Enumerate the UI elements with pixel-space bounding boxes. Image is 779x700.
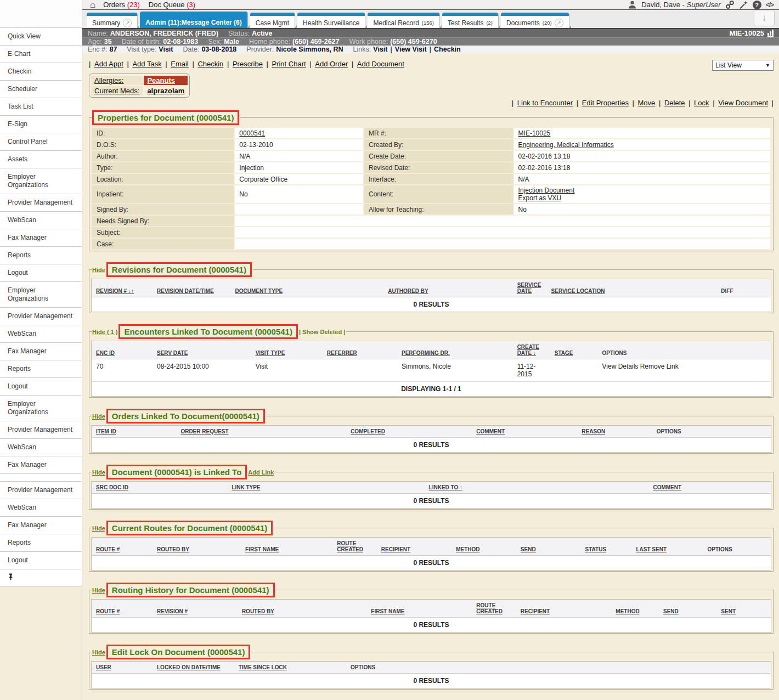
column-time-since-lock[interactable]: TIME SINCE LOCK	[234, 662, 346, 674]
add-order-link[interactable]: Add Order	[315, 60, 348, 68]
sidebar-item-reports[interactable]: Reports	[0, 246, 82, 264]
sidebar-item-fax-manager[interactable]: Fax Manager	[0, 342, 82, 360]
popout-icon[interactable]	[123, 19, 132, 27]
column-revision-number[interactable]: REVISION # ↓↑	[92, 279, 153, 297]
tab-admin-message-center[interactable]: Admin (11):Message Center (6)	[140, 12, 247, 28]
column-routed-by[interactable]: ROUTED BY	[238, 600, 366, 618]
column-create-date[interactable]: CREATE DATE ↓	[513, 341, 550, 359]
column-item-id[interactable]: ITEM ID	[92, 426, 177, 438]
sidebar-item-reports[interactable]: Reports	[0, 360, 82, 377]
column-last-sent[interactable]: LAST SENT	[631, 538, 703, 556]
code-icon[interactable]	[766, 1, 774, 9]
mr-link[interactable]: MIE-10025	[518, 129, 551, 137]
sidebar-item-truncated[interactable]	[0, 473, 82, 481]
sidebar-item-fax-manager[interactable]: Fax Manager	[0, 456, 82, 473]
link-icon[interactable]	[725, 0, 735, 9]
encounter-options[interactable]: View Details Remove Link	[598, 359, 771, 382]
tab-case-mgmt[interactable]: Case Mgmt	[250, 13, 295, 28]
help-icon[interactable]	[753, 1, 761, 9]
current-user[interactable]: David, Dave - SuperUser	[641, 1, 721, 9]
download-chart-button[interactable]	[754, 10, 775, 26]
prescribe-link[interactable]: Prescribe	[233, 60, 263, 68]
sidebar-item-e-sign[interactable]: E-Sign	[0, 115, 82, 133]
column-recipient[interactable]: RECIPIENT	[516, 600, 611, 618]
column-link-type[interactable]: LINK TYPE	[227, 482, 424, 494]
sidebar-item-scheduler[interactable]: Scheduler	[0, 80, 82, 98]
column-referrer[interactable]: REFERRER	[323, 341, 397, 359]
sidebar-item-webscan[interactable]: WebScan	[0, 438, 82, 456]
hide-link[interactable]: Hide	[92, 649, 105, 656]
hide-link[interactable]: Hide ( 1 )	[92, 329, 117, 335]
sidebar-pin-toggle[interactable]	[0, 569, 82, 586]
column-src-doc-id[interactable]: SRC DOC ID	[92, 482, 228, 494]
column-service-date[interactable]: SERVICE DATE	[513, 279, 547, 297]
sidebar-item-webscan[interactable]: WebScan	[0, 211, 82, 229]
id-link[interactable]: 0000541	[239, 129, 265, 137]
view-visit-link[interactable]: View Visit	[395, 46, 427, 53]
column-method[interactable]: METHOD	[451, 538, 516, 556]
column-authored-by[interactable]: AUTHORED BY	[383, 279, 512, 297]
sidebar-item-reports[interactable]: Reports	[0, 534, 82, 551]
edit-properties-link[interactable]: Edit Properties	[582, 99, 629, 107]
column-first-name[interactable]: FIRST NAME	[366, 600, 472, 618]
column-user[interactable]: USER	[92, 662, 153, 674]
column-stage[interactable]: STAGE	[550, 341, 598, 359]
current-meds-link[interactable]: Current Meds:	[94, 87, 139, 95]
print-chart-link[interactable]: Print Chart	[272, 60, 306, 68]
add-appt-link[interactable]: Add Appt	[94, 60, 123, 68]
column-status[interactable]: STATUS	[581, 538, 632, 556]
topbar-doc-queue-link[interactable]: Doc Queue (3)	[149, 1, 195, 9]
sidebar-item-provider-management[interactable]: Provider Management	[0, 421, 82, 438]
email-link[interactable]: Email	[171, 60, 189, 68]
column-order-request[interactable]: ORDER REQUEST	[176, 426, 346, 438]
tab-documents[interactable]: Documents (20)	[501, 13, 569, 28]
export-as-vxu-link[interactable]: Export as VXU	[518, 194, 766, 202]
show-deleted-link[interactable]: | Show Deleted |	[299, 329, 345, 335]
delete-link[interactable]: Delete	[664, 99, 685, 107]
sidebar-item-fax-manager[interactable]: Fax Manager	[0, 229, 82, 246]
sidebar-item-provider-management[interactable]: Provider Management	[0, 307, 82, 325]
column-comment[interactable]: COMMENT	[648, 482, 771, 494]
column-comment[interactable]: COMMENT	[472, 426, 577, 438]
column-method[interactable]: METHOD	[611, 600, 659, 618]
view-select[interactable]: List View ▼	[712, 60, 774, 71]
injection-document-link[interactable]: Injection Document	[518, 187, 766, 194]
column-route-created[interactable]: ROUTE CREATED	[332, 538, 377, 556]
chart-icon[interactable]	[767, 30, 774, 37]
sidebar-item-e-chart[interactable]: E-Chart	[0, 45, 82, 63]
column-completed[interactable]: COMPLETED	[346, 426, 472, 438]
sidebar-item-control-panel[interactable]: Control Panel	[0, 133, 82, 150]
column-routed-by[interactable]: ROUTED BY	[153, 538, 241, 556]
column-document-type[interactable]: DOCUMENT TYPE	[230, 279, 383, 297]
sidebar-item-webscan[interactable]: WebScan	[0, 499, 82, 516]
sidebar-item-fax-manager[interactable]: Fax Manager	[0, 516, 82, 534]
sidebar-item-employer-organizations[interactable]: Employer Organizations	[0, 281, 82, 307]
tab-summary[interactable]: Summary	[87, 13, 137, 28]
column-recipient[interactable]: RECIPIENT	[377, 538, 451, 556]
checkin-link[interactable]: Checkin	[197, 60, 223, 68]
view-document-link[interactable]: View Document	[718, 99, 768, 107]
column-enc-id[interactable]: ENC ID	[92, 341, 153, 359]
visit-link[interactable]: Visit	[373, 46, 387, 53]
sidebar-item-logout[interactable]: Logout	[0, 377, 82, 395]
sidebar-item-provider-management[interactable]: Provider Management	[0, 194, 82, 211]
add-link-link[interactable]: Add Link	[248, 469, 274, 476]
column-locked-on[interactable]: LOCKED ON DATE/TIME	[153, 662, 234, 674]
column-send[interactable]: SEND	[659, 600, 716, 618]
column-serv-date[interactable]: SERV DATE	[153, 341, 251, 359]
checkin-link[interactable]: Checkin	[434, 46, 461, 53]
topbar-orders-link[interactable]: Orders (23)	[103, 1, 139, 9]
sidebar-item-logout[interactable]: Logout	[0, 264, 82, 281]
column-sent[interactable]: SENT	[716, 600, 771, 618]
created-by-link[interactable]: Engineering, Medical Informatics	[518, 141, 614, 149]
move-link[interactable]: Move	[638, 99, 656, 107]
column-route-number[interactable]: ROUTE #	[92, 600, 153, 618]
column-service-location[interactable]: SERVICE LOCATION	[547, 279, 717, 297]
sidebar-item-quick-view[interactable]: Quick View	[0, 27, 82, 45]
column-first-name[interactable]: FIRST NAME	[241, 538, 332, 556]
hide-link[interactable]: Hide	[92, 587, 105, 594]
hide-link[interactable]: Hide	[92, 267, 105, 273]
column-route-created[interactable]: ROUTE CREATED	[472, 600, 516, 618]
column-reason[interactable]: REASON	[577, 426, 652, 438]
sidebar-item-employer-organizations[interactable]: Employer Organizations	[0, 168, 82, 194]
